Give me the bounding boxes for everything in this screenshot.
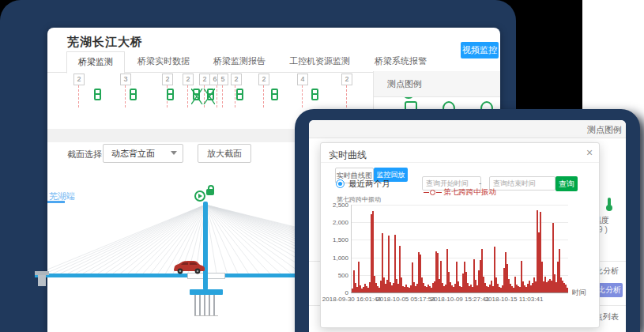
sensor-count-box: 2 xyxy=(231,74,242,85)
sensor-dashed-line xyxy=(187,85,188,108)
dialog-title: 实时曲线 xyxy=(329,149,367,162)
sensor-dashed-line xyxy=(222,85,223,108)
chain-sensor-icon xyxy=(130,89,137,100)
sensor-count-box: 2 xyxy=(73,74,85,85)
legend-panel-title: 测点图例 xyxy=(387,78,422,90)
sensor-count-box: 2 xyxy=(183,74,194,85)
car-image xyxy=(172,259,205,275)
bridge-pier-cap xyxy=(190,289,223,295)
gridline xyxy=(352,205,568,206)
close-icon[interactable]: × xyxy=(586,146,593,159)
overlay-legend-title: 测点图例 xyxy=(587,124,622,136)
sensor-count-box: 2 xyxy=(162,74,173,85)
legend-label: 第七跨跨中振动 xyxy=(444,187,497,196)
gridline xyxy=(352,240,568,240)
gridline xyxy=(352,222,568,223)
legend-line xyxy=(424,192,429,193)
x-tick-label: 2018-10-09 15:27:41 xyxy=(431,296,489,303)
sensor-dashed-line xyxy=(263,85,264,108)
crossed-sensor-lines-icon xyxy=(191,89,215,104)
legend-circle-icon xyxy=(430,190,435,195)
x-tick-label: 2018-10-15 11:03:41 xyxy=(485,296,544,303)
sensor-dashed-line xyxy=(302,85,303,108)
time-range-separator: - xyxy=(479,179,481,187)
y-tick-label: 2,500 xyxy=(322,202,348,209)
y-tick-label: 2,000 xyxy=(322,219,348,226)
dialog-header-divider xyxy=(321,162,599,163)
x-tick-label: 2018-10-05 05:17:54 xyxy=(376,296,435,303)
y-tick-label: 1,000 xyxy=(322,255,348,262)
sensor-count-box: 2 xyxy=(199,74,210,85)
sensor-count-box: 3 xyxy=(120,74,131,85)
chevron-down-icon xyxy=(171,151,177,158)
chain-sensor-icon xyxy=(271,89,278,100)
sensor-dashed-line xyxy=(125,85,126,108)
sensor-count-box: 5 xyxy=(217,74,228,85)
section-select-value: 动态背立面 xyxy=(111,148,155,160)
bridge-abutment xyxy=(38,275,46,286)
lock-sensor-icon xyxy=(206,189,214,195)
sensor-dashed-line xyxy=(235,85,235,108)
bridge-abutment xyxy=(35,271,49,275)
sensor-dashed-line xyxy=(78,85,79,108)
realtime-curve-dialog: 实时曲线 × 实时曲线图 监控回放 最近两个月 查询开始时间 - 查询结束时间 … xyxy=(320,142,600,328)
sensor-dashed-line xyxy=(217,85,217,108)
vibration-chart: 2,5002,0001,5001,00050002018-09-30 16:01… xyxy=(351,205,568,293)
y-tick-label: 500 xyxy=(322,272,348,279)
overlay-legend-header: 测点图例 xyxy=(309,120,626,138)
chain-sensor-icon xyxy=(311,89,318,100)
chain-sensor-icon xyxy=(94,89,101,100)
chain-sensor-icon xyxy=(236,89,243,100)
section-select-dropdown[interactable]: 动态背立面 xyxy=(103,144,183,163)
thermometer-icon xyxy=(605,198,613,212)
x-tick-label: 2018-09-30 16:01:44 xyxy=(322,296,381,303)
sensor-count-box: 2 xyxy=(258,74,269,85)
bridge-piles xyxy=(194,295,218,316)
zoom-section-button[interactable]: 放大截面 xyxy=(198,144,251,163)
legend-line xyxy=(436,192,442,193)
sensor-count-box: 4 xyxy=(297,74,308,85)
gridline xyxy=(352,275,568,276)
legend-panel-header: 测点图例 xyxy=(374,71,500,97)
y-tick-label: 1,500 xyxy=(322,236,348,243)
chart-x-axis-title: 时间 xyxy=(572,288,586,298)
rotate-sensor-icon xyxy=(194,191,205,202)
chain-sensor-icon xyxy=(167,89,174,100)
sensor-count-box: 2 xyxy=(341,74,352,85)
bridge-tower xyxy=(203,202,208,290)
gridline xyxy=(352,258,568,258)
vibration-bar xyxy=(567,288,568,292)
sensor-dashed-line xyxy=(346,85,347,108)
